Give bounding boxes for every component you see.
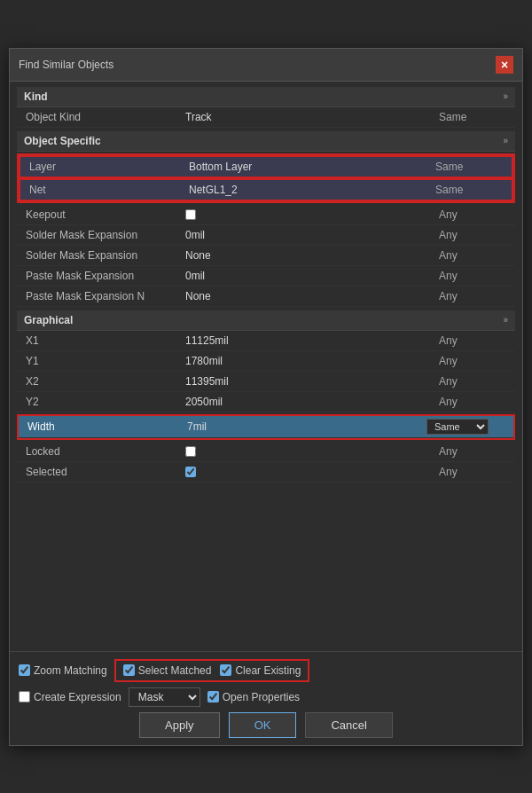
selected-value [184,466,437,478]
table-row: Layer Bottom Layer Same [19,155,513,178]
kind-section-label: Kind [24,90,48,103]
dialog-title: Find Similar Objects [19,59,113,71]
create-expression-option[interactable]: Create Expression [19,691,121,703]
select-matched-label: Select Matched [138,664,212,677]
locked-condition: Any [437,444,508,459]
ok-button[interactable]: OK [229,712,297,738]
graphical-label: Graphical [24,314,73,326]
clear-existing-checkbox[interactable] [220,664,231,676]
x2-condition: Any [437,374,508,389]
table-row: Locked Any [17,442,515,462]
object-specific-label: Object Specific [24,135,101,147]
solder-mask-exp2-condition: Any [437,248,508,263]
paste-mask-exp1-label: Paste Mask Expansion [24,269,184,283]
x1-label: X1 [24,334,184,348]
net-label: Net [27,183,187,197]
table-row: Y1 1780mil Any [17,351,515,372]
select-matched-option[interactable]: Select Matched [123,664,212,677]
keepout-condition: Any [437,208,508,222]
table-row: Keepout Any [17,205,515,225]
cancel-button[interactable]: Cancel [305,712,392,738]
solder-mask-exp1-label: Solder Mask Expansion [24,228,184,242]
width-highlight-group: Width 7mil Same Any Different [17,414,515,440]
table-row: Paste Mask Expansion N None Any [17,287,515,307]
solder-mask-exp2-label: Solder Mask Expansion [24,248,184,263]
paste-mask-exp1-condition: Any [437,269,508,283]
table-row: X1 11125mil Any [17,331,515,351]
table-row: Solder Mask Expansion None Any [17,246,515,266]
close-button[interactable]: × [496,56,513,74]
options-row-1: Zoom Matching Select Matched Clear Exist… [19,659,513,682]
width-value: 7mil [185,420,426,434]
object-specific-section: Object Specific » Layer Bottom Layer Sam… [17,131,515,307]
object-specific-table: Layer Bottom Layer Same Net NetGL1_2 Sam… [17,153,515,307]
table-row: Net NetGL1_2 Same [19,178,513,201]
mask-dropdown[interactable]: Mask Highlight Select Zoom [129,687,200,707]
keepout-checkbox[interactable] [185,209,196,220]
table-row: Y2 2050mil Any [17,392,515,412]
table-row: Selected Any [17,462,515,483]
clear-existing-option[interactable]: Clear Existing [220,664,301,677]
locked-label: Locked [24,444,184,459]
select-matched-checkbox[interactable] [123,664,135,676]
x1-condition: Any [437,334,508,348]
width-row[interactable]: Width 7mil Same Any Different [19,416,513,438]
locked-value [184,445,437,458]
object-specific-highlight-group: Layer Bottom Layer Same Net NetGL1_2 Sam… [17,153,515,203]
open-properties-checkbox[interactable] [207,691,219,703]
y1-value: 1780mil [184,354,437,368]
solder-mask-exp2-value: None [184,248,437,263]
options-row-2: Create Expression Mask Highlight Select … [19,687,513,707]
table-row: Paste Mask Expansion 0mil Any [17,266,515,287]
solder-mask-exp1-value: 0mil [184,228,437,242]
solder-mask-exp1-condition: Any [437,228,508,242]
selected-condition: Any [437,465,508,479]
title-bar: Find Similar Objects × [10,49,522,82]
table-row: X2 11395mil Any [17,372,515,392]
table-row: Solder Mask Expansion 0mil Any [17,225,515,246]
width-condition-dropdown[interactable]: Same Any Different [426,419,489,435]
graphical-section: Graphical » X1 11125mil Any Y1 1780mil A… [17,310,515,483]
y1-label: Y1 [24,354,184,368]
create-expression-label: Create Expression [34,691,121,703]
create-expression-checkbox[interactable] [19,691,30,703]
zoom-matching-label: Zoom Matching [34,664,107,677]
zoom-matching-option[interactable]: Zoom Matching [19,664,107,677]
y2-condition: Any [437,395,508,409]
property-value: Track [184,110,437,124]
clear-existing-label: Clear Existing [235,664,301,677]
locked-checkbox[interactable] [185,446,196,457]
table-row: Object Kind Track Same [17,107,515,128]
graphical-header: Graphical » [17,310,515,331]
x2-label: X2 [24,374,184,389]
kind-table: Object Kind Track Same [17,107,515,128]
kind-section: Kind » Object Kind Track Same [17,87,515,128]
x1-value: 11125mil [184,334,437,348]
select-clear-group: Select Matched Clear Existing [114,659,310,682]
graphical-table: X1 11125mil Any Y1 1780mil Any X2 11395m… [17,331,515,483]
paste-mask-exp1-value: 0mil [184,269,437,283]
keepout-label: Keepout [24,208,184,222]
paste-mask-expn-condition: Any [437,289,508,303]
apply-button[interactable]: Apply [139,712,220,738]
width-label: Width [26,420,185,434]
layer-condition: Same [434,160,505,174]
open-properties-option[interactable]: Open Properties [207,691,300,703]
button-row: Apply OK Cancel [19,712,513,738]
object-specific-header: Object Specific » [17,131,515,152]
zoom-matching-checkbox[interactable] [19,664,30,676]
layer-value: Bottom Layer [187,160,434,174]
dialog-content: Kind » Object Kind Track Same Object Spe… [10,82,522,651]
selected-checkbox[interactable] [185,467,196,477]
object-specific-chevron[interactable]: » [503,136,508,145]
open-properties-label: Open Properties [223,691,300,703]
kind-section-chevron[interactable]: » [503,91,508,101]
keepout-value [184,208,437,221]
spacer [17,486,515,646]
y2-value: 2050mil [184,395,437,409]
property-label: Object Kind [24,110,184,124]
find-similar-objects-dialog: Find Similar Objects × Kind » Object Kin… [9,48,523,746]
y1-condition: Any [437,354,508,368]
kind-section-header: Kind » [17,87,515,107]
graphical-chevron[interactable]: » [503,315,508,325]
